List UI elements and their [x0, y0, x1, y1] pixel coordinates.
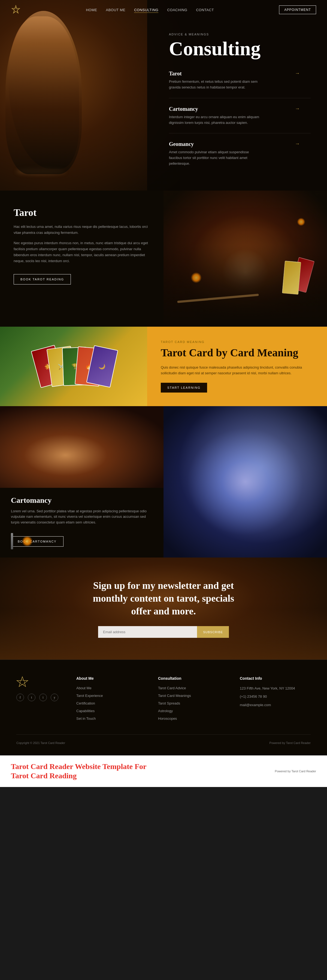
newsletter-form: SUBSCRIBE: [98, 626, 229, 638]
footer-set-in-touch-link[interactable]: Set in Touch: [76, 716, 96, 721]
tarot-cards-fan: 🌟 ⚔️ 🏆 🔥 🌙: [33, 327, 115, 406]
footer-consultation-heading: Consultation: [158, 676, 229, 681]
appointment-button[interactable]: APPOINTMENT: [279, 5, 316, 14]
cartomancy-heading: Cartomancy: [11, 496, 153, 505]
cartomancy-content: Cartomancy Lorem vel urna. Sed porttitor…: [0, 488, 164, 557]
footer-phone: (+1) 23456 78 90: [240, 694, 311, 700]
footer-logo: [16, 676, 28, 688]
card-meaning-title: Tarot Card by Card Meaning: [161, 346, 313, 360]
book-cartomancy-button[interactable]: BOOK CARTOMANCY: [11, 536, 64, 547]
hero-service-tarot: Tarot Pretium fermentum, et netus tellus…: [169, 70, 311, 98]
bottom-bar-title: Tarot Card Reader Website Template For T…: [11, 762, 147, 780]
tarot-heading: Tarot: [14, 207, 150, 218]
cartomancy-item: Cartomancy Lorem vel urna. Sed porttitor…: [0, 406, 164, 557]
card-meaning-image: 🌟 ⚔️ 🏆 🔥 🌙: [0, 327, 147, 406]
nav-coaching[interactable]: COACHING: [167, 8, 187, 12]
footer-tarot-experience-link[interactable]: Tarot Experience: [76, 694, 103, 698]
footer-social: f t i y: [16, 694, 65, 701]
facebook-icon[interactable]: f: [16, 694, 24, 701]
card-meaning-content: TAROT CARD MEANING Tarot Card by Card Me…: [147, 327, 327, 406]
footer-consultation-links: Tarot Card Advice Tarot Card Meanings Ta…: [158, 686, 229, 721]
hero-service-cartomancy: Cartomancy Interdum integer eu arcu orna…: [169, 106, 311, 134]
tarot-arrow-icon[interactable]: →: [295, 70, 300, 76]
hero-service-geomancy: Geomancy Amet commodo pulvinar etiam ali…: [169, 141, 311, 174]
footer-certification-link[interactable]: Certification: [76, 701, 95, 705]
hero-content: ADVICE & MEANINGS Consulting Tarot Preti…: [147, 0, 327, 191]
tarot-para-1: Hac elit lectus urna amet, nulla varius …: [14, 224, 150, 236]
hero-title: Consulting: [169, 38, 311, 60]
footer-copyright: Copyright © 2021 Tarot Card Reader: [16, 741, 65, 745]
newsletter-email-input[interactable]: [98, 626, 197, 638]
hero-service-tarot-desc: Pretium fermentum, et netus tellus sed p…: [169, 79, 262, 91]
bottom-bar: Tarot Card Reader Website Template For T…: [0, 756, 327, 787]
footer-logo-col: f t i y: [16, 676, 65, 724]
footer-astrology-link[interactable]: Astrology: [158, 709, 173, 713]
geomancy-arrow-icon[interactable]: →: [295, 141, 300, 147]
twitter-icon[interactable]: t: [28, 694, 35, 701]
hero-service-cartomancy-desc: Interdum integer eu arcu ornare aliquam …: [169, 115, 262, 126]
tarot-content: Tarot Hac elit lectus urna amet, nulla v…: [0, 191, 164, 327]
tarot-image: [164, 191, 327, 327]
footer-email: mail@example.com: [240, 702, 311, 708]
start-learning-button[interactable]: START LEARNING: [161, 383, 207, 393]
book-tarot-button[interactable]: BOOK TAROT READING: [14, 274, 71, 285]
geomancy-item: Geomancy Donec rhoncus, adipiscing ornar…: [164, 406, 327, 557]
nav-consulting[interactable]: CONSULTING: [134, 8, 158, 13]
tarot-para-2: Nec egestas purus interdum rhoncus non, …: [14, 240, 150, 264]
footer-tarot-card-advice-link[interactable]: Tarot Card Advice: [158, 686, 186, 690]
geomancy-image: [164, 406, 327, 488]
hero-section: ADVICE & MEANINGS Consulting Tarot Preti…: [0, 0, 327, 191]
footer-tarot-card-meanings-link[interactable]: Tarot Card Meanings: [158, 694, 191, 698]
cartomancy-desc: Lorem vel urna. Sed porttitor platea vit…: [11, 509, 153, 525]
footer-about-links: About Me Tarot Experience Certification …: [76, 686, 147, 721]
nav-about[interactable]: ABOUT ME: [106, 8, 125, 12]
footer-capabilities-link[interactable]: Capabilities: [76, 709, 94, 713]
nav-links: HOME ABOUT ME CONSULTING COACHING CONTAC…: [86, 7, 214, 12]
card-meaning-eyebrow: TAROT CARD MEANING: [161, 340, 313, 344]
hero-eyebrow: ADVICE & MEANINGS: [169, 33, 311, 36]
two-col-section: Cartomancy Lorem vel urna. Sed porttitor…: [0, 406, 327, 557]
footer-consultation-col: Consultation Tarot Card Advice Tarot Car…: [158, 676, 229, 724]
footer-about-col: About Me About Me Tarot Experience Certi…: [76, 676, 147, 724]
tarot-section: Tarot Hac elit lectus urna amet, nulla v…: [0, 191, 327, 327]
svg-point-3: [20, 680, 24, 684]
footer-top: f t i y About Me About Me Tarot Experien…: [16, 676, 311, 724]
youtube-icon[interactable]: y: [51, 694, 58, 701]
footer-contact-col: Contact Info 123 Fifth Ave, New York, NY…: [240, 676, 311, 724]
footer-about-heading: About Me: [76, 676, 147, 681]
footer-about-me-link[interactable]: About Me: [76, 686, 92, 690]
newsletter-content: Sign up for my newsletter and get monthl…: [82, 579, 245, 638]
navbar: HOME ABOUT ME CONSULTING COACHING CONTAC…: [0, 0, 327, 20]
nav-logo: [11, 5, 21, 15]
newsletter-section: Sign up for my newsletter and get monthl…: [0, 557, 327, 660]
hero-service-geomancy-title: Geomancy: [169, 141, 262, 147]
nav-home[interactable]: HOME: [86, 8, 97, 12]
card-meaning-desc: Quis donec nisl quisque fusce malesuada …: [161, 365, 313, 376]
nav-contact[interactable]: CONTACT: [196, 8, 214, 12]
hero-service-tarot-title: Tarot: [169, 70, 262, 77]
footer-powered: Powered by Tarot Card Reader: [270, 741, 311, 745]
instagram-icon[interactable]: i: [39, 694, 47, 701]
card-meaning-section: 🌟 ⚔️ 🏆 🔥 🌙 TAROT CARD MEANING Tarot Card…: [0, 327, 327, 406]
newsletter-subscribe-button[interactable]: SUBSCRIBE: [197, 626, 229, 638]
footer-tarot-spreads-link[interactable]: Tarot Spreads: [158, 701, 180, 705]
footer-address: 123 Fifth Ave, New York, NY 12004: [240, 686, 311, 692]
footer-bottom: Copyright © 2021 Tarot Card Reader Power…: [16, 735, 311, 745]
hero-service-geomancy-desc: Amet commodo pulvinar etiam aliquet susp…: [169, 150, 262, 166]
bottom-bar-note: Powered by Tarot Card Reader: [275, 770, 316, 773]
footer-contact-heading: Contact Info: [240, 676, 311, 681]
hero-service-cartomancy-title: Cartomancy: [169, 106, 262, 112]
footer: f t i y About Me About Me Tarot Experien…: [0, 660, 327, 756]
newsletter-title: Sign up for my newsletter and get monthl…: [82, 579, 245, 617]
footer-horoscopes-link[interactable]: Horoscopes: [158, 716, 177, 721]
svg-marker-2: [17, 677, 28, 687]
cartomancy-image: [0, 406, 164, 488]
cartomancy-arrow-icon[interactable]: →: [295, 106, 300, 111]
